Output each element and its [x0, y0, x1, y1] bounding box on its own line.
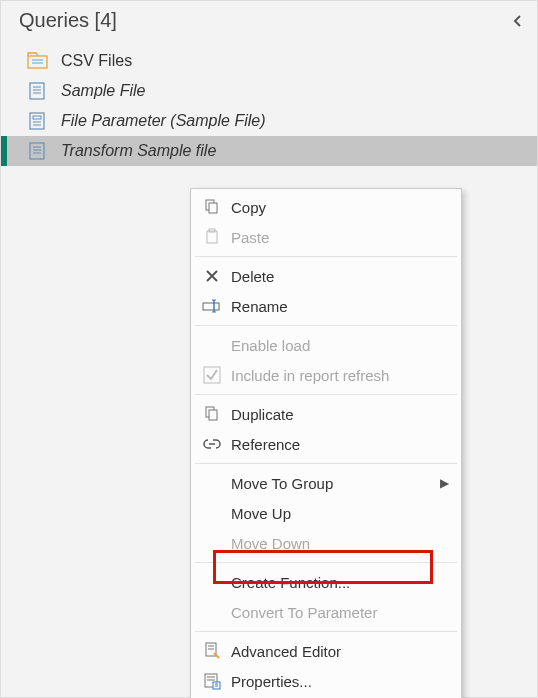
menu-properties[interactable]: Properties...	[193, 666, 459, 696]
query-item-transform-sample[interactable]: Transform Sample file	[1, 136, 537, 166]
query-item-label: Sample File	[61, 82, 145, 100]
reference-icon	[199, 437, 225, 451]
svg-rect-16	[209, 203, 217, 213]
svg-rect-8	[33, 116, 41, 119]
menu-label: Move Down	[231, 535, 449, 552]
menu-separator	[195, 394, 457, 395]
document-icon	[27, 142, 49, 160]
check-icon	[199, 366, 225, 384]
menu-enable-load: Enable load	[193, 330, 459, 360]
panel-title: Queries [4]	[19, 9, 117, 32]
menu-duplicate[interactable]: Duplicate	[193, 399, 459, 429]
copy-icon	[199, 198, 225, 216]
submenu-arrow-icon: ▶	[440, 476, 449, 490]
menu-separator	[195, 463, 457, 464]
panel-header: Queries [4]	[1, 1, 537, 46]
svg-rect-23	[204, 367, 220, 383]
query-item-csv-files[interactable]: CSV Files	[1, 46, 537, 76]
menu-separator	[195, 256, 457, 257]
svg-rect-0	[28, 56, 47, 68]
menu-label: Enable load	[231, 337, 449, 354]
menu-separator	[195, 325, 457, 326]
delete-icon	[199, 268, 225, 284]
menu-label: Include in report refresh	[231, 367, 449, 384]
menu-move-down: Move Down	[193, 528, 459, 558]
context-menu: Copy Paste Delete Rename Enable load	[190, 188, 462, 698]
menu-label: Duplicate	[231, 406, 449, 423]
menu-label: Paste	[231, 229, 449, 246]
query-item-label: Transform Sample file	[61, 142, 216, 160]
folder-icon	[27, 52, 49, 70]
menu-separator	[195, 562, 457, 563]
menu-paste: Paste	[193, 222, 459, 252]
menu-label: Advanced Editor	[231, 643, 449, 660]
menu-label: Rename	[231, 298, 449, 315]
menu-move-to-group[interactable]: Move To Group ▶	[193, 468, 459, 498]
menu-label: Properties...	[231, 673, 449, 690]
document-icon	[27, 82, 49, 100]
menu-copy[interactable]: Copy	[193, 192, 459, 222]
duplicate-icon	[199, 405, 225, 423]
query-item-file-parameter[interactable]: File Parameter (Sample File)	[1, 106, 537, 136]
paste-icon	[199, 228, 225, 246]
collapse-chevron-icon[interactable]	[511, 14, 525, 28]
query-item-sample-file[interactable]: Sample File	[1, 76, 537, 106]
svg-rect-7	[30, 113, 44, 129]
menu-reference[interactable]: Reference	[193, 429, 459, 459]
svg-rect-17	[207, 231, 217, 243]
menu-label: Delete	[231, 268, 449, 285]
svg-rect-3	[30, 83, 44, 99]
svg-rect-11	[30, 143, 44, 159]
menu-label: Move Up	[231, 505, 449, 522]
queries-panel: Queries [4] CSV Files Sample File	[0, 0, 538, 698]
rename-icon	[199, 299, 225, 313]
svg-rect-25	[209, 410, 217, 420]
menu-rename[interactable]: Rename	[193, 291, 459, 321]
menu-include-refresh: Include in report refresh	[193, 360, 459, 390]
query-item-label: CSV Files	[61, 52, 132, 70]
menu-label: Create Function...	[231, 574, 449, 591]
menu-label: Convert To Parameter	[231, 604, 449, 621]
menu-label: Reference	[231, 436, 449, 453]
parameter-icon	[27, 112, 49, 130]
menu-convert-parameter: Convert To Parameter	[193, 597, 459, 627]
menu-advanced-editor[interactable]: Advanced Editor	[193, 636, 459, 666]
properties-icon	[199, 672, 225, 690]
svg-rect-19	[203, 303, 219, 310]
menu-label: Copy	[231, 199, 449, 216]
menu-create-function[interactable]: Create Function...	[193, 567, 459, 597]
menu-move-up[interactable]: Move Up	[193, 498, 459, 528]
query-item-label: File Parameter (Sample File)	[61, 112, 266, 130]
menu-label: Move To Group	[231, 475, 440, 492]
menu-separator	[195, 631, 457, 632]
menu-delete[interactable]: Delete	[193, 261, 459, 291]
advanced-editor-icon	[199, 642, 225, 660]
